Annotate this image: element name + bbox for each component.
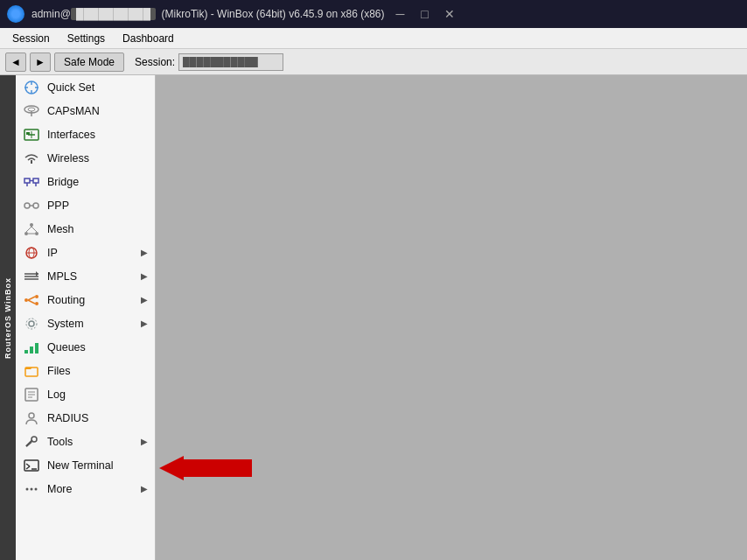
maximize-button[interactable]: □: [416, 5, 434, 23]
sidebar-item-quick-set[interactable]: Quick Set: [16, 75, 155, 99]
mpls-submenu-arrow: ▶: [141, 271, 148, 281]
session-input[interactable]: [178, 53, 283, 71]
sidebar-item-label: Files: [47, 365, 148, 377]
queues-icon: [23, 340, 40, 355]
more-icon: [23, 481, 40, 497]
forward-button[interactable]: ►: [30, 52, 51, 72]
sidebar-item-files[interactable]: Files: [16, 359, 155, 382]
back-button[interactable]: ◄: [5, 52, 26, 72]
sidebar-item-label: PPP: [47, 200, 148, 212]
system-icon: [23, 316, 40, 332]
routing-submenu-arrow: ▶: [141, 295, 148, 304]
sidebar-item-ppp[interactable]: PPP: [16, 193, 155, 217]
sidebar-item-label: RADIUS: [47, 412, 148, 424]
sidebar-item-label: Log: [47, 388, 148, 401]
new-terminal-icon: [23, 458, 40, 473]
ip-icon: [23, 245, 40, 261]
svg-line-37: [28, 297, 35, 300]
sidebar-item-system[interactable]: System ▶: [16, 312, 155, 335]
sidebar-item-interfaces[interactable]: Interfaces: [16, 122, 155, 146]
sidebar-item-label: Wireless: [47, 152, 148, 164]
sidebar-item-bridge[interactable]: Bridge: [16, 170, 155, 193]
svg-point-21: [30, 223, 33, 227]
tools-icon: [23, 434, 40, 450]
close-button[interactable]: ✕: [441, 5, 458, 23]
safe-mode-button[interactable]: Safe Mode: [54, 52, 124, 72]
ppp-icon: [23, 198, 40, 214]
svg-point-22: [24, 232, 28, 235]
mpls-icon: [23, 269, 40, 284]
title-admin: admin@██████████ (MikroTik) - WinBox (64…: [31, 8, 385, 20]
svg-point-57: [26, 487, 29, 490]
sidebar-item-label: CAPsMAN: [47, 105, 148, 117]
svg-rect-13: [24, 178, 30, 183]
wireless-icon: [23, 150, 40, 166]
svg-rect-42: [30, 346, 33, 354]
sidebar-item-capsman[interactable]: CAPsMAN: [16, 99, 155, 122]
sidebar-item-label: Mesh: [47, 223, 148, 235]
svg-point-49: [29, 413, 34, 418]
sidebar: RouterOS WinBox Quick Set: [0, 75, 156, 560]
sidebar-item-tools[interactable]: Tools ▶: [16, 430, 155, 453]
sidebar-item-wireless[interactable]: Wireless: [16, 146, 155, 170]
sidebar-item-label: Quick Set: [47, 81, 148, 94]
ip-submenu-arrow: ▶: [141, 248, 148, 257]
sidebar-item-label: IP: [47, 247, 134, 259]
menu-dashboard[interactable]: Dashboard: [114, 31, 183, 46]
sidebar-item-label: Tools: [47, 436, 134, 448]
log-icon: [23, 387, 40, 402]
svg-point-19: [33, 203, 38, 208]
sidebar-item-radius[interactable]: RADIUS: [16, 406, 155, 430]
svg-point-35: [35, 295, 38, 298]
main-area: RouterOS WinBox Quick Set: [0, 75, 747, 560]
svg-point-36: [35, 302, 38, 305]
quick-set-icon: [23, 80, 40, 95]
radius-icon: [23, 410, 40, 426]
svg-rect-41: [24, 350, 28, 354]
sidebar-item-mpls[interactable]: MPLS ▶: [16, 264, 155, 288]
sidebar-item-routing[interactable]: Routing ▶: [16, 288, 155, 312]
files-icon: [23, 363, 40, 379]
menu-settings[interactable]: Settings: [59, 31, 114, 46]
tools-submenu-arrow: ▶: [141, 437, 148, 446]
svg-point-51: [31, 437, 37, 442]
toolbar: ◄ ► Safe Mode Session:: [0, 49, 747, 75]
svg-point-59: [35, 487, 38, 490]
sidebar-items: Quick Set CAPsMAN: [16, 75, 155, 560]
routing-icon: [23, 292, 40, 308]
menu-session[interactable]: Session: [3, 31, 59, 46]
more-submenu-arrow: ▶: [141, 484, 148, 494]
app-logo: [7, 5, 24, 23]
sidebar-item-mesh[interactable]: Mesh: [16, 217, 155, 241]
sidebar-item-label: Queues: [47, 341, 148, 354]
session-label: Session:: [135, 56, 175, 68]
svg-line-25: [31, 227, 37, 232]
svg-point-40: [26, 318, 37, 329]
svg-point-39: [29, 321, 34, 326]
routeros-label: RouterOS WinBox: [0, 75, 16, 560]
sidebar-item-new-terminal[interactable]: New Terminal: [16, 453, 155, 477]
interfaces-icon: [23, 127, 40, 143]
sidebar-item-label: Bridge: [47, 176, 148, 188]
sidebar-item-label: More: [47, 483, 134, 495]
sidebar-item-label: MPLS: [47, 270, 134, 283]
bridge-icon: [23, 174, 40, 190]
content-area: [156, 75, 747, 560]
svg-point-7: [28, 108, 35, 111]
system-submenu-arrow: ▶: [141, 318, 148, 328]
sidebar-item-label: Routing: [47, 294, 134, 306]
svg-marker-33: [36, 271, 38, 276]
mesh-icon: [23, 221, 40, 237]
sidebar-item-label: System: [47, 318, 134, 330]
sidebar-item-log[interactable]: Log: [16, 382, 155, 406]
svg-point-58: [31, 487, 33, 490]
sidebar-item-queues[interactable]: Queues: [16, 335, 155, 359]
sidebar-item-more[interactable]: More ▶: [16, 477, 155, 500]
minimize-button[interactable]: ─: [392, 5, 409, 23]
sidebar-item-ip[interactable]: IP ▶: [16, 241, 155, 264]
menu-bar: Session Settings Dashboard: [0, 28, 747, 49]
svg-point-34: [24, 298, 28, 302]
sidebar-item-label: Interfaces: [47, 129, 148, 141]
svg-rect-43: [35, 343, 38, 354]
svg-point-18: [24, 203, 30, 208]
